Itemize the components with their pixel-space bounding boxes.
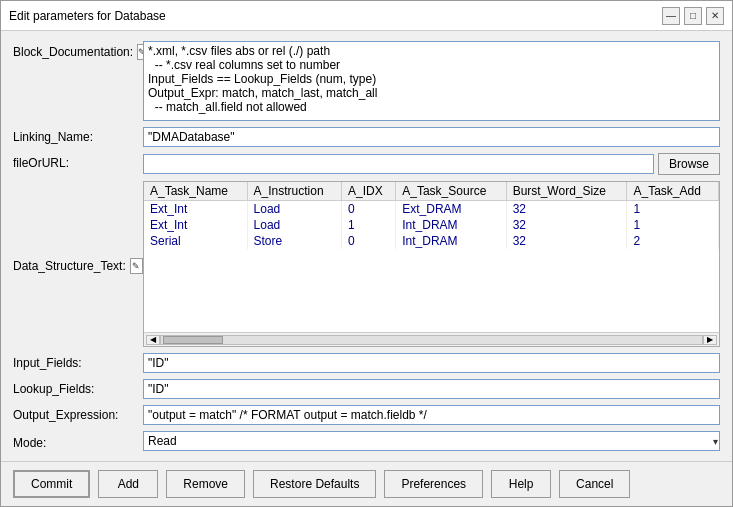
restore-defaults-button[interactable]: Restore Defaults	[253, 470, 376, 498]
content-area: Block_Documentation: ✎ Linking_Name: fil…	[1, 31, 732, 461]
col-header-task-name: A_Task_Name	[144, 182, 247, 201]
scroll-thumb[interactable]	[163, 336, 223, 344]
commit-button[interactable]: Commit	[13, 470, 90, 498]
input-fields-label-text: Input_Fields:	[13, 356, 82, 370]
input-fields-label: Input_Fields:	[13, 353, 143, 370]
lookup-fields-row: Lookup_Fields:	[13, 379, 720, 399]
window-title: Edit parameters for Database	[9, 9, 166, 23]
mode-select[interactable]: ReadWriteReadWrite	[143, 431, 720, 451]
table-cell: 1	[627, 217, 719, 233]
col-header-instruction: A_Instruction	[247, 182, 341, 201]
lookup-fields-label-text: Lookup_Fields:	[13, 382, 94, 396]
mode-row: Mode: ReadWriteReadWrite ▾	[13, 431, 720, 451]
table-cell: Store	[247, 233, 341, 249]
block-documentation-row: Block_Documentation: ✎	[13, 41, 720, 121]
minimize-button[interactable]: —	[662, 7, 680, 25]
table-header-row: A_Task_Name A_Instruction A_IDX A_Task_S…	[144, 182, 719, 201]
window-controls: — □ ✕	[662, 7, 724, 25]
horizontal-scrollbar[interactable]: ◀ ▶	[144, 332, 719, 346]
table-cell: 2	[627, 233, 719, 249]
table-cell: Int_DRAM	[396, 217, 506, 233]
table-scroll-area[interactable]: A_Task_Name A_Instruction A_IDX A_Task_S…	[144, 182, 719, 332]
block-documentation-input[interactable]	[143, 41, 720, 121]
scroll-track[interactable]	[160, 335, 703, 345]
linking-name-input[interactable]	[143, 127, 720, 147]
col-header-task-source: A_Task_Source	[396, 182, 506, 201]
table-cell: Load	[247, 217, 341, 233]
preferences-button[interactable]: Preferences	[384, 470, 483, 498]
output-expression-label: Output_Expression:	[13, 405, 143, 422]
data-structure-icon[interactable]: ✎	[130, 258, 143, 274]
table-cell: 1	[342, 217, 396, 233]
data-structure-table-container: A_Task_Name A_Instruction A_IDX A_Task_S…	[143, 181, 720, 347]
output-expression-label-text: Output_Expression:	[13, 408, 118, 422]
data-structure-label-text: Data_Structure_Text:	[13, 259, 126, 273]
file-or-url-label: fileOrURL:	[13, 153, 143, 170]
input-fields-input[interactable]	[143, 353, 720, 373]
table-cell: 0	[342, 233, 396, 249]
file-or-url-field-container: Browse	[143, 153, 720, 175]
mode-label: Mode:	[13, 433, 143, 450]
block-documentation-label: Block_Documentation: ✎	[13, 41, 143, 60]
table-cell: Ext_Int	[144, 217, 247, 233]
lookup-fields-label: Lookup_Fields:	[13, 379, 143, 396]
input-fields-row: Input_Fields:	[13, 353, 720, 373]
linking-name-label-text: Linking_Name:	[13, 130, 93, 144]
browse-button[interactable]: Browse	[658, 153, 720, 175]
table-cell: 0	[342, 201, 396, 218]
cancel-button[interactable]: Cancel	[559, 470, 630, 498]
footer: Commit Add Remove Restore Defaults Prefe…	[1, 461, 732, 506]
table-cell: 32	[506, 217, 627, 233]
file-or-url-label-text: fileOrURL:	[13, 156, 69, 170]
scroll-left-arrow[interactable]: ◀	[146, 335, 160, 345]
table-cell: Load	[247, 201, 341, 218]
add-button[interactable]: Add	[98, 470, 158, 498]
table-cell: Serial	[144, 233, 247, 249]
maximize-button[interactable]: □	[684, 7, 702, 25]
table-cell: Ext_DRAM	[396, 201, 506, 218]
table-row: SerialStore0Int_DRAM322	[144, 233, 719, 249]
data-structure-table: A_Task_Name A_Instruction A_IDX A_Task_S…	[144, 182, 719, 249]
linking-name-label: Linking_Name:	[13, 127, 143, 144]
table-cell: 32	[506, 233, 627, 249]
main-window: Edit parameters for Database — □ ✕ Block…	[0, 0, 733, 507]
col-header-task-add: A_Task_Add	[627, 182, 719, 201]
title-bar: Edit parameters for Database — □ ✕	[1, 1, 732, 31]
scroll-right-arrow[interactable]: ▶	[703, 335, 717, 345]
lookup-fields-input[interactable]	[143, 379, 720, 399]
file-or-url-row: fileOrURL: Browse	[13, 153, 720, 175]
close-button[interactable]: ✕	[706, 7, 724, 25]
table-cell: 32	[506, 201, 627, 218]
file-or-url-input[interactable]	[143, 154, 654, 174]
col-header-burst-word-size: Burst_Word_Size	[506, 182, 627, 201]
table-cell: Int_DRAM	[396, 233, 506, 249]
table-cell: Ext_Int	[144, 201, 247, 218]
data-structure-row: Data_Structure_Text: ✎ A_Task_Name A_Ins…	[13, 181, 720, 347]
mode-label-text: Mode:	[13, 436, 46, 450]
mode-select-wrapper: ReadWriteReadWrite ▾	[143, 431, 720, 451]
output-expression-input[interactable]	[143, 405, 720, 425]
table-row: Ext_IntLoad0Ext_DRAM321	[144, 201, 719, 218]
table-row: Ext_IntLoad1Int_DRAM321	[144, 217, 719, 233]
block-documentation-label-text: Block_Documentation:	[13, 45, 133, 59]
data-structure-label: Data_Structure_Text: ✎	[13, 181, 143, 347]
remove-button[interactable]: Remove	[166, 470, 245, 498]
table-cell: 1	[627, 201, 719, 218]
output-expression-row: Output_Expression:	[13, 405, 720, 425]
help-button[interactable]: Help	[491, 470, 551, 498]
linking-name-row: Linking_Name:	[13, 127, 720, 147]
col-header-idx: A_IDX	[342, 182, 396, 201]
